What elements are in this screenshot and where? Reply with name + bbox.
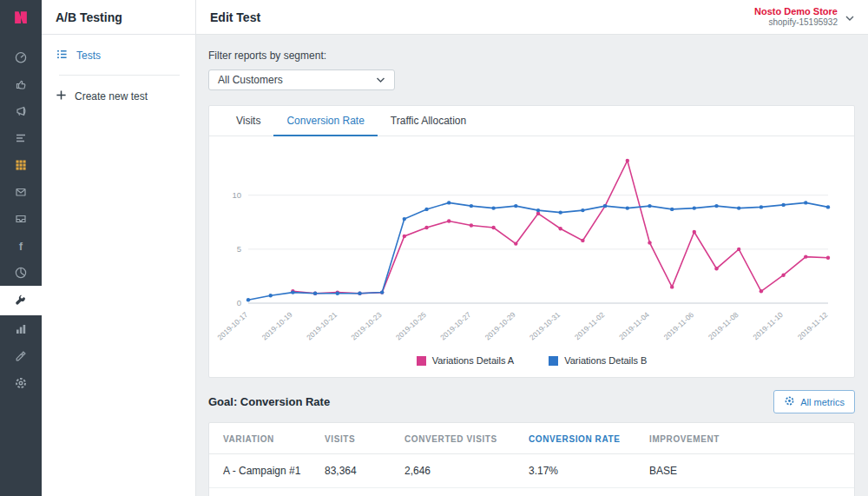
analytics-bars-icon[interactable] <box>0 315 42 342</box>
svg-text:2019-10-21: 2019-10-21 <box>305 310 339 342</box>
results-table: VARIATION VISITS CONVERTED VISITS CONVER… <box>209 423 854 496</box>
sidebar-divider <box>59 75 180 76</box>
svg-text:2019-11-10: 2019-11-10 <box>751 310 785 341</box>
svg-text:2019-11-06: 2019-11-06 <box>661 310 695 341</box>
goal-title: Goal: Conversion Rate <box>208 395 330 408</box>
variation-b-visits: 197,754 <box>316 488 396 496</box>
chevron-down-icon <box>376 74 385 86</box>
svg-text:2019-10-29: 2019-10-29 <box>483 310 516 342</box>
variation-a-converted: 2,646 <box>396 454 520 488</box>
email-envelope-icon[interactable] <box>0 178 42 205</box>
sidebar: A/B Testing Tests Create new test <box>42 0 196 496</box>
store-switcher[interactable]: Nosto Demo Store shopify-15195932 <box>754 6 854 28</box>
svg-text:2019-11-08: 2019-11-08 <box>707 310 740 341</box>
svg-text:2019-10-27: 2019-10-27 <box>438 310 472 342</box>
all-metrics-button[interactable]: All metrics <box>773 390 855 413</box>
legend-swatch-a <box>417 356 426 366</box>
svg-text:2019-10-17: 2019-10-17 <box>217 310 250 342</box>
ab-test-wrench-icon[interactable] <box>0 286 42 315</box>
svg-text:10: 10 <box>232 190 241 200</box>
thumbs-up-icon[interactable] <box>0 70 42 97</box>
dashboard-icon[interactable] <box>0 43 42 70</box>
svg-text:2019-11-04: 2019-11-04 <box>617 310 651 341</box>
legend-item-variation-b[interactable]: Variations Details B <box>549 355 647 366</box>
report-tabs: Visits Conversion Rate Traffic Allocatio… <box>209 106 854 136</box>
legend-label-a: Variations Details A <box>432 355 515 366</box>
sidebar-item-tests[interactable]: Tests <box>42 35 195 74</box>
variation-a-visits: 83,364 <box>316 454 396 488</box>
goal-header-row: Goal: Conversion Rate All metrics <box>208 390 855 413</box>
chart-legend: Variations Details A Variations Details … <box>209 355 854 377</box>
variation-a-name: A - Campaign #1 <box>209 454 316 488</box>
gear-icon <box>784 395 795 408</box>
svg-text:2019-10-25: 2019-10-25 <box>393 310 427 342</box>
create-new-test-button[interactable]: Create new test <box>42 76 195 114</box>
tests-list-icon <box>56 48 69 63</box>
report-card: Visits Conversion Rate Traffic Allocatio… <box>208 105 855 378</box>
conversion-rate-chart: 05102019-10-172019-10-192019-10-212019-1… <box>209 136 854 355</box>
col-header-variation: VARIATION <box>209 423 316 454</box>
inbox-tray-icon[interactable] <box>0 205 42 232</box>
nosto-logo[interactable] <box>0 0 42 35</box>
col-header-visits: VISITS <box>316 423 396 454</box>
segment-filter-label: Filter reports by segment: <box>208 50 855 62</box>
sidebar-item-label: Tests <box>76 50 101 62</box>
debug-tools-icon[interactable] <box>0 342 42 369</box>
variation-a-improvement: BASE <box>641 454 854 488</box>
store-name: Nosto Demo Store <box>754 6 838 17</box>
tab-conversion-rate[interactable]: Conversion Rate <box>273 106 377 136</box>
page-title: Edit Test <box>210 10 260 24</box>
svg-text:2019-11-12: 2019-11-12 <box>795 310 829 341</box>
results-table-card: VARIATION VISITS CONVERTED VISITS CONVER… <box>208 422 855 496</box>
settings-gear-icon[interactable] <box>0 369 42 396</box>
table-row-variation-a: A - Campaign #1 83,364 2,646 3.17% BASE <box>209 454 854 488</box>
svg-text:0: 0 <box>236 298 240 308</box>
variation-b-name[interactable]: B - Campaign #2 <box>209 488 316 496</box>
plus-icon <box>56 89 67 103</box>
variation-b-converted: 13,279 <box>396 488 520 496</box>
main-area: Edit Test Nosto Demo Store shopify-15195… <box>196 0 868 496</box>
content: Filter reports by segment: All Customers… <box>196 35 868 496</box>
variation-b-improvement: +103.07% +120.50% <box>641 488 854 496</box>
tab-traffic-allocation[interactable]: Traffic Allocation <box>378 106 479 136</box>
sidebar-header: A/B Testing <box>42 0 195 35</box>
app-window: f A/B Testing Tests <box>0 0 868 496</box>
svg-text:2019-10-19: 2019-10-19 <box>260 310 293 342</box>
icon-rail: f <box>0 0 42 496</box>
table-row-variation-b: B - Campaign #2 197,754 13,279 6.71% +10… <box>209 488 854 496</box>
megaphone-icon[interactable] <box>0 97 42 124</box>
chevron-down-icon[interactable] <box>845 10 854 25</box>
svg-text:5: 5 <box>236 244 240 254</box>
legend-item-variation-a[interactable]: Variations Details A <box>417 355 515 366</box>
svg-text:f: f <box>19 240 23 252</box>
segments-pie-icon[interactable] <box>0 259 42 286</box>
create-new-test-label: Create new test <box>75 90 148 103</box>
segment-select[interactable]: All Customers <box>208 69 395 90</box>
facebook-icon[interactable]: f <box>0 232 42 259</box>
segment-select-value: All Customers <box>218 74 283 86</box>
tab-visits[interactable]: Visits <box>223 106 273 136</box>
svg-text:2019-11-02: 2019-11-02 <box>572 310 606 341</box>
variation-a-rate: 3.17% <box>520 454 641 488</box>
table-header-row: VARIATION VISITS CONVERTED VISITS CONVER… <box>209 423 854 454</box>
all-metrics-label: All metrics <box>800 397 845 407</box>
top-bar: Edit Test Nosto Demo Store shopify-15195… <box>196 0 868 35</box>
svg-text:2019-10-31: 2019-10-31 <box>528 310 562 342</box>
category-grid-icon[interactable] <box>0 151 42 178</box>
store-id: shopify-15195932 <box>754 17 838 28</box>
sidebar-title: A/B Testing <box>56 10 122 24</box>
legend-swatch-b <box>549 356 558 366</box>
legend-label-b: Variations Details B <box>564 355 647 366</box>
variation-b-rate: 6.71% <box>520 488 641 496</box>
col-header-conversion-rate: CONVERSION RATE <box>520 423 641 454</box>
col-header-improvement: IMPROVEMENT <box>641 423 854 454</box>
svg-text:2019-10-23: 2019-10-23 <box>349 310 383 342</box>
content-lines-icon[interactable] <box>0 124 42 151</box>
col-header-converted-visits: CONVERTED VISITS <box>396 423 520 454</box>
